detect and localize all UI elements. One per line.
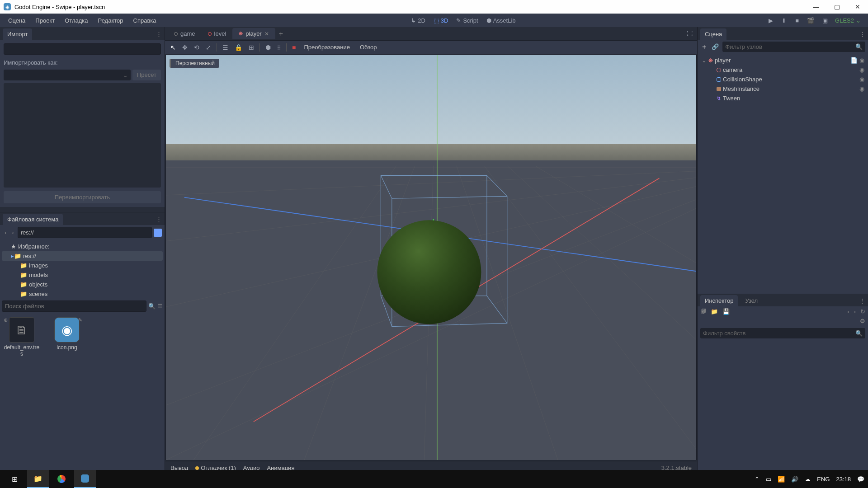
lock-tool[interactable]: 🔒 <box>232 42 245 53</box>
tray-onedrive-icon[interactable]: ☁ <box>805 476 811 483</box>
node-tab[interactable]: Узел <box>741 295 762 306</box>
menu-editor[interactable]: Редактор <box>94 15 128 26</box>
local-space-tool[interactable]: ⬢ <box>263 42 274 53</box>
transform-menu[interactable]: Преобразование <box>299 42 354 52</box>
stop-button[interactable]: ■ <box>793 15 802 26</box>
history-menu-icon[interactable]: ↻ <box>860 308 865 315</box>
fs-path-input[interactable] <box>18 227 152 238</box>
mode-2d-button[interactable]: ↳ 2D <box>407 15 429 26</box>
tray-wifi-icon[interactable]: 📶 <box>778 476 785 483</box>
start-button[interactable]: ⊞ <box>4 470 25 488</box>
visibility-icon[interactable]: ◉ <box>859 85 864 92</box>
preset-button[interactable]: Пресет <box>132 70 161 80</box>
dock-options-icon[interactable]: ⋮ <box>156 216 162 223</box>
node-filter-input[interactable]: Фильтр узлов🔍 <box>722 42 865 52</box>
svg-line-17 <box>487 175 507 196</box>
instance-scene-button[interactable]: 🔗 <box>710 42 721 51</box>
fs-folder-objects[interactable]: 📁 objects <box>2 280 163 289</box>
inspector-tab[interactable]: Инспектор <box>700 295 738 306</box>
scene-dock-tab[interactable]: Сцена <box>700 28 726 40</box>
history-back-icon[interactable]: ‹ <box>847 308 849 315</box>
scene-tab-level[interactable]: level <box>202 28 233 39</box>
visibility-icon[interactable]: ◉ <box>859 57 864 64</box>
scene-tab-game[interactable]: game <box>168 28 202 39</box>
fs-file-icon-png[interactable]: ✎ ◉ icon.png <box>49 317 85 471</box>
open-resource-icon[interactable]: 📁 <box>711 308 718 315</box>
fs-folder-models[interactable]: 📁 models <box>2 270 163 280</box>
node-player[interactable]: ⌄❋player 📄◉ <box>699 56 866 65</box>
import-resource-input[interactable] <box>4 43 161 55</box>
dock-options-icon[interactable]: ⋮ <box>859 297 865 304</box>
fs-split-toggle[interactable] <box>154 229 162 237</box>
window-minimize-button[interactable]: — <box>806 0 826 14</box>
fs-folder-images[interactable]: 📁 images <box>2 261 163 270</box>
scene-add-tab[interactable]: + <box>275 28 287 40</box>
menu-help[interactable]: Справка <box>129 15 161 26</box>
fs-folder-scenes[interactable]: 📁 scenes <box>2 289 163 299</box>
rotate-tool[interactable]: ⟲ <box>191 42 202 53</box>
mode-script-button[interactable]: ✎ Script <box>453 15 481 26</box>
menu-debug[interactable]: Отладка <box>60 15 92 26</box>
fs-back-button[interactable]: ‹ <box>3 228 8 237</box>
camera-override-tool[interactable]: ■ <box>289 42 298 53</box>
save-resource-icon[interactable]: 🗐 <box>700 308 706 315</box>
script-icon[interactable]: 📄 <box>850 57 858 64</box>
tray-notifications-icon[interactable]: 💬 <box>857 476 864 483</box>
snap-tool[interactable]: ⁝⁝ <box>274 42 283 53</box>
view-menu[interactable]: Обзор <box>355 42 382 52</box>
visibility-icon[interactable]: ◉ <box>859 76 864 83</box>
visibility-icon[interactable]: ◉ <box>859 66 864 73</box>
tray-battery-icon[interactable]: ▭ <box>766 476 771 483</box>
group-tool[interactable]: ⊞ <box>246 42 257 53</box>
save-icon[interactable]: 💾 <box>722 308 730 315</box>
fs-search-input[interactable] <box>2 300 146 312</box>
move-tool[interactable]: ✥ <box>179 42 190 53</box>
tray-clock[interactable]: 23:18 <box>836 476 851 483</box>
play-scene-button[interactable]: 🎬 <box>804 15 817 26</box>
menu-scene[interactable]: Сцена <box>4 15 30 26</box>
3d-viewport[interactable]: Перспективный <box>165 55 697 460</box>
taskbar-chrome[interactable] <box>51 470 72 488</box>
window-maximize-button[interactable]: ▢ <box>826 0 847 14</box>
rigidbody-icon: ❋ <box>708 57 713 64</box>
import-tab[interactable]: Импорт <box>3 28 32 40</box>
mode-3d-button[interactable]: ⬚ 3D <box>430 15 452 26</box>
play-button[interactable]: ▶ <box>766 15 776 26</box>
object-properties-icon[interactable]: ⚙ <box>860 318 865 324</box>
select-tool[interactable]: ↖ <box>168 42 179 53</box>
node-camera[interactable]: camera ◉ <box>699 65 866 75</box>
node-tween[interactable]: ↯Tween <box>699 94 866 103</box>
history-forward-icon[interactable]: › <box>854 308 856 315</box>
pause-button[interactable]: ⏸ <box>778 15 790 26</box>
reimport-button[interactable]: Переимпортировать <box>4 191 161 203</box>
fs-file-default-env[interactable]: ⊕ 🗎 default_env.tres <box>4 317 40 471</box>
dock-options-icon[interactable]: ⋮ <box>859 31 865 38</box>
scale-tool[interactable]: ⤢ <box>203 42 214 53</box>
tray-volume-icon[interactable]: 🔊 <box>791 476 798 483</box>
menu-project[interactable]: Проект <box>31 15 59 26</box>
fs-favorites[interactable]: ★ Избранное: <box>2 242 163 251</box>
dock-options-icon[interactable]: ⋮ <box>156 31 162 38</box>
add-node-button[interactable]: + <box>700 42 708 52</box>
distraction-free-button[interactable]: ⛶ <box>685 28 694 39</box>
scene-tab-player[interactable]: ❋player✕ <box>232 28 275 39</box>
import-type-dropdown[interactable]: ⌄ <box>4 70 131 80</box>
tray-expand-icon[interactable]: ⌃ <box>755 476 760 483</box>
list-view-icon[interactable]: ☰ <box>157 303 163 310</box>
play-custom-button[interactable]: ▣ <box>820 15 830 26</box>
tray-language[interactable]: ENG <box>817 476 830 483</box>
property-filter-input[interactable]: Фильтр свойств🔍 <box>700 328 865 338</box>
window-close-button[interactable]: ✕ <box>847 0 868 14</box>
node-meshinstance[interactable]: MeshInstance ◉ <box>699 84 866 94</box>
close-tab-icon[interactable]: ✕ <box>264 31 269 37</box>
perspective-label[interactable]: Перспективный <box>170 59 219 68</box>
fs-forward-button[interactable]: › <box>10 228 15 237</box>
filesystem-tab[interactable]: Файловая система <box>3 214 63 225</box>
fs-root[interactable]: ▸📁 res:// <box>2 251 163 261</box>
mode-assetlib-button[interactable]: ⬢ AssetLib <box>483 15 519 26</box>
renderer-selector[interactable]: GLES2 ⌄ <box>831 15 864 26</box>
list-select-tool[interactable]: ☰ <box>220 42 231 53</box>
taskbar-godot[interactable] <box>74 470 96 488</box>
node-collisionshape[interactable]: CollisionShape ◉ <box>699 75 866 84</box>
taskbar-explorer[interactable]: 📁 <box>27 470 49 488</box>
